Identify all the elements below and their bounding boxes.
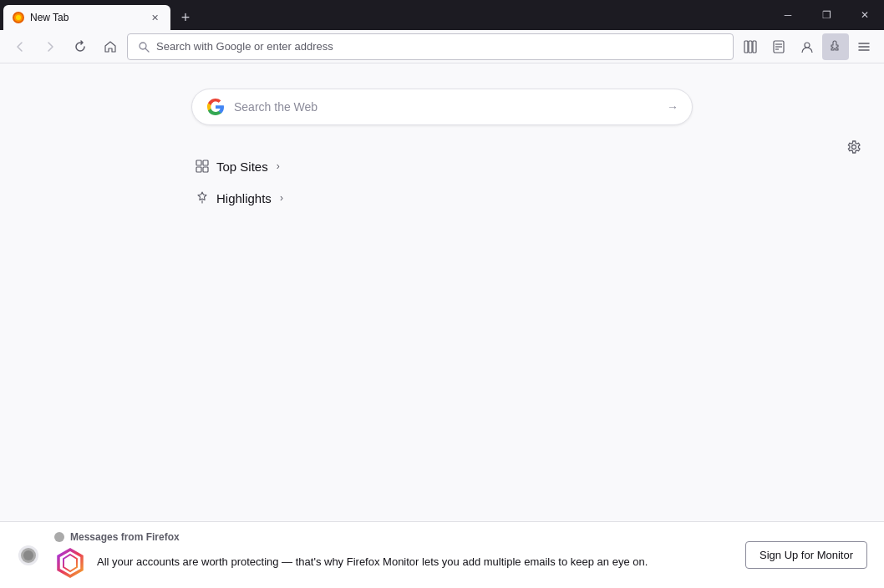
svg-rect-19 <box>203 167 208 172</box>
address-text: Search with Google or enter address <box>156 40 333 53</box>
signup-monitor-button[interactable]: Sign Up for Monitor <box>745 541 867 569</box>
active-tab[interactable]: New Tab ✕ <box>3 5 170 30</box>
svg-point-12 <box>805 43 810 48</box>
google-search-input[interactable]: Search the Web <box>234 100 658 114</box>
svg-rect-18 <box>196 167 201 172</box>
svg-point-24 <box>54 532 64 542</box>
messages-icon <box>53 531 65 543</box>
svg-rect-7 <box>753 41 756 53</box>
reader-mode-button[interactable] <box>765 33 792 60</box>
banner-firefox-icon <box>17 544 40 567</box>
top-sites-label: Top Sites <box>216 160 268 174</box>
top-sites-chevron: › <box>277 160 280 172</box>
window-controls: ─ ❐ ✕ <box>769 0 884 30</box>
search-submit-arrow[interactable]: → <box>667 100 678 114</box>
reload-button[interactable] <box>67 33 94 60</box>
toolbar-right-buttons <box>737 33 877 60</box>
highlights-icon <box>195 190 210 205</box>
svg-rect-16 <box>196 160 201 165</box>
google-logo <box>206 97 226 117</box>
tabs-area: New Tab ✕ + <box>0 0 769 30</box>
search-icon <box>138 41 150 53</box>
highlights-chevron: › <box>280 192 283 204</box>
main-content: Search the Web → Top Sites › Highlights … <box>0 63 884 521</box>
settings-gear-button[interactable] <box>841 134 867 160</box>
minimize-button[interactable]: ─ <box>769 0 807 30</box>
svg-rect-17 <box>203 160 208 165</box>
svg-line-4 <box>145 48 149 52</box>
extensions-button[interactable] <box>822 33 849 60</box>
tab-close-button[interactable]: ✕ <box>147 10 162 25</box>
sections-container: Top Sites › Highlights › <box>191 150 693 214</box>
banner-text: All your accounts are worth protecting —… <box>97 555 648 570</box>
svg-marker-26 <box>64 555 77 571</box>
svg-marker-25 <box>58 550 82 576</box>
bookmarks-button[interactable] <box>737 33 764 60</box>
forward-button[interactable] <box>37 33 64 60</box>
new-tab-button[interactable]: + <box>174 6 197 29</box>
svg-point-2 <box>16 15 21 20</box>
address-bar[interactable]: Search with Google or enter address <box>127 33 734 60</box>
svg-rect-5 <box>744 41 748 53</box>
tab-title: New Tab <box>30 12 142 23</box>
restore-button[interactable]: ❐ <box>807 0 846 30</box>
toolbar: Search with Google or enter address <box>0 30 884 63</box>
monitor-logo <box>53 546 87 580</box>
bottom-banner: Messages from Firefox <box>0 521 884 588</box>
top-sites-section[interactable]: Top Sites › <box>191 150 693 182</box>
account-button[interactable] <box>794 33 820 60</box>
close-button[interactable]: ✕ <box>846 0 884 30</box>
home-button[interactable] <box>97 33 124 60</box>
svg-point-23 <box>23 550 33 560</box>
highlights-label: Highlights <box>216 191 272 205</box>
tab-favicon <box>12 11 25 24</box>
top-sites-icon <box>195 159 210 174</box>
banner-title: Messages from Firefox <box>53 531 732 543</box>
menu-button[interactable] <box>851 33 877 60</box>
banner-content: Messages from Firefox <box>53 531 732 580</box>
back-button[interactable] <box>7 33 33 60</box>
titlebar: New Tab ✕ + ─ ❐ ✕ <box>0 0 884 30</box>
svg-rect-6 <box>749 41 752 53</box>
highlights-section[interactable]: Highlights › <box>191 182 693 214</box>
google-search-bar[interactable]: Search the Web → <box>191 89 693 125</box>
